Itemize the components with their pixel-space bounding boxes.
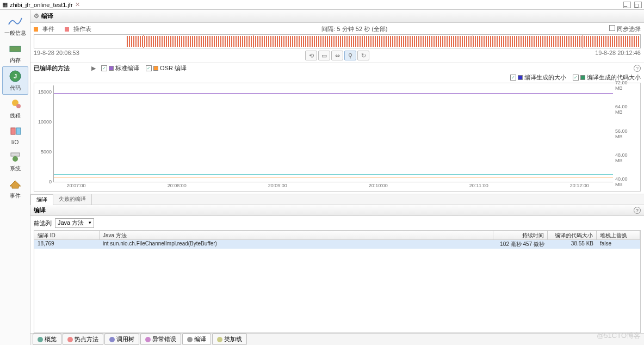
tab-compile[interactable]: 编译 [30,194,53,205]
sync-toggle[interactable]: 同步选择 [609,25,641,33]
sidebar-item-code[interactable]: J代码 [2,66,28,95]
page-title: 编译 [41,12,53,20]
sidebar-item-memory[interactable]: 内存 [2,39,28,66]
legend-osr-compile[interactable]: ✓OSR 编译 [146,64,187,72]
svg-rect-7 [11,153,20,156]
sidebar-item-io[interactable]: I/O [2,122,28,147]
legend-compile-size[interactable]: ✓编译生成的大小 [510,73,566,82]
svg-rect-5 [11,128,15,134]
title-bar: ▦ zhibi_jfr_online_test1.jfr ✕ – □ [0,0,644,10]
sub-header: 编译 ? [30,205,644,216]
svg-rect-6 [16,128,21,134]
btab-exceptions[interactable]: 异常错误 [140,334,181,345]
col-java-method[interactable]: Java 方法 [100,231,493,239]
help-icon[interactable]: ? [634,207,641,214]
col-code-size[interactable]: 编译的代码大小 [548,231,597,239]
zoom-out-button[interactable]: ⟲ [305,51,317,60]
chart-title: 已编译的方法 [34,64,70,72]
col-osr[interactable]: 堆栈上替换 [597,231,640,239]
zoom-refresh-button[interactable]: ↻ [357,51,369,60]
legend-code-size[interactable]: ✓编译生成的代码大小 [573,73,641,82]
tab-title: zhibi_jfr_online_test1.jfr [10,2,73,8]
minimize-button[interactable]: – [623,2,631,8]
middle-tabs: 编译 失败的编译 [30,194,644,205]
tab-failed-compile[interactable]: 失败的编译 [53,194,92,205]
svg-point-4 [16,104,21,108]
interval-label: 间隔: 5 分钟 52 秒 (全部) [321,25,387,33]
timeline-end: 19-8-28 20:12:46 [595,50,641,60]
sidebar-item-system[interactable]: 系统 [2,147,28,175]
help-icon[interactable]: ? [634,65,641,72]
btab-hotmethods[interactable]: 热点方法 [63,334,103,345]
close-icon[interactable]: ✕ [75,1,80,8]
col-compile-id[interactable]: 编译 ID [34,231,100,239]
svg-point-8 [13,156,18,162]
zoom-link-button[interactable]: ⚲ [344,51,356,60]
sidebar-item-general[interactable]: 一般信息 [2,12,28,39]
table-header: 编译 ID Java 方法 持续时间 编译的代码大小 堆栈上替换 [34,230,641,240]
sidebar-item-threads[interactable]: 线程 [2,95,28,122]
gear-icon: ⚙ [34,13,39,20]
chart-canvas[interactable]: 0 5000 10000 15000 40.00 MB 48.00 MB 56.… [34,83,641,192]
file-icon: ▦ [2,1,8,8]
svg-rect-0 [10,46,21,52]
bottom-tabs: 概览 热点方法 调用树 异常错误 编译 类加载 [30,333,644,345]
col-duration[interactable]: 持续时间 [493,231,548,239]
filter-label: 筛选列 [34,219,52,227]
sidebar-item-events[interactable]: 事件 [2,175,28,202]
zoom-sel-button[interactable]: ⇔ [331,51,343,60]
table-row[interactable]: 18,769 int sun.nio.ch.FileChannelImpl.re… [34,240,640,249]
timeline-start: 19-8-28 20:06:53 [34,50,79,60]
table-body[interactable]: 18,769 int sun.nio.ch.FileChannelImpl.re… [34,240,641,333]
zoom-fit-button[interactable]: ▭ [318,51,330,60]
legend-standard-compile[interactable]: ✓标准编译 [101,64,139,72]
btab-overview[interactable]: 概览 [33,334,61,345]
svg-text:J: J [13,73,16,79]
page-title-bar: ⚙ 编译 [30,10,644,23]
timeline-legend: 事件 操作表 [34,25,100,33]
filter-column-select[interactable]: Java 方法 [55,218,94,228]
timeline-bar[interactable] [34,34,641,48]
sidebar: 一般信息 内存 J代码 线程 I/O 系统 事件 [0,10,30,345]
maximize-button[interactable]: □ [634,2,642,8]
btab-compile[interactable]: 编译 [182,334,211,345]
btab-calltree[interactable]: 调用树 [104,334,139,345]
btab-classload[interactable]: 类加载 [212,334,247,345]
